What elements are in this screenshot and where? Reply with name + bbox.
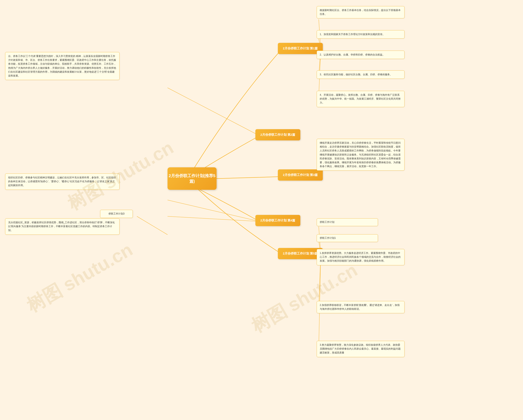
leaf-b1-4: 4、开展活动，凝聚侨心。发挥台胞、台属、归侨、侨眷与海外有广泛联系的优势，为振兴… — [317, 91, 405, 107]
svg-line-7 — [168, 200, 260, 222]
branch-node-5[interactable]: 2月份侨联工作计划 第5篇 — [278, 248, 323, 259]
leaf-b1-1: 1、加强党和国家关于侨务工作理论方针政策和法规的宣传。 — [317, 30, 405, 39]
leaf-b4-sub: 侨联工作计划3 — [100, 210, 133, 218]
leaf-b5-3: 3.努力凝聚侨界智慧，致力深化参政议政。组织各级侨界人大代表、政协委员围绕包括广… — [317, 341, 405, 357]
leaf-b5-2: 2.加强侨界联络联谊，不断丰富侨联'朋友圈'。通过'请进来、走出去'，加强与海外… — [317, 301, 405, 313]
leaf-b5-t1: 侨联工作计划 — [317, 218, 378, 226]
watermark-2: 树图 shutu.cn — [22, 237, 137, 318]
leaf-b4-1: 组织社区归侨、侨眷参与社区精神文明建设，让她们在社区中充分发挥作用，参加市、区、… — [5, 174, 120, 190]
branch-node-2[interactable]: 2月份侨联工作计划 第2篇 — [255, 129, 300, 140]
svg-line-9 — [137, 216, 168, 235]
svg-line-8 — [168, 216, 260, 222]
central-node: 2月份侨联工作计划(推荐5 篇) — [168, 167, 217, 190]
leaf-b1-2: 2、认真维护好台胞、台属、华侨和归侨、侨眷的合法权益。 — [317, 51, 405, 59]
leaf-b4-3: 充分挖掘社区_资源，积极发挥社区侨情优势，围绕_工作进社区，突出侨务特色打'侨'… — [5, 218, 120, 235]
leaf-b5-t2: 侨联工作计划1 — [317, 234, 378, 242]
leaf-b3-1: 继续开展走访侨界百家活动，关心归侨侨眷生活，平时看望和传统节日慰问相结合，走访空… — [317, 139, 405, 171]
leaf-b5-1: 1.发挥侨界资源优势。大力服务促进经济工作。紧紧围绕市委、市政府的中心工作，推进… — [317, 249, 405, 265]
leaf-b2-1: 台、侨务工作以'三个代表'重要思想为指针，深入学习贯彻党的 精神，认真落实全国新… — [5, 52, 120, 80]
branch-node-3[interactable]: 2月份侨联工作计划 第3篇 — [278, 169, 323, 181]
branch-node-4[interactable]: 2月份侨联工作计划 第4篇 — [255, 215, 300, 226]
branch-node-1[interactable]: 2月份侨联工作计划 第1篇 — [278, 43, 323, 54]
watermark-3: 树图 shutu.cn — [247, 258, 362, 339]
leaf-b1-3: 3、依托社区服务功能，做好社区台胞、台属、归侨、侨眷的服务。 — [317, 71, 405, 79]
svg-line-5 — [168, 88, 260, 136]
leaf-b1-0: 根据新时期社区台、侨务工作基本任务，结合实际情况，提出以下四项基本任务。 — [317, 6, 405, 18]
